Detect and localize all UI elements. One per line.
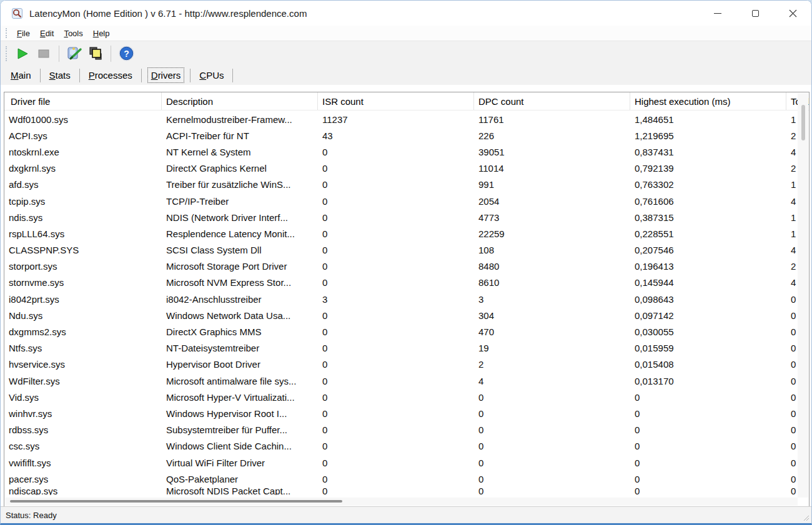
table-row[interactable]: Vid.sysMicrosoft Hyper-V Virtualizati...…	[4, 389, 809, 405]
table-row[interactable]: Ntfs.sysNT-Dateisystemtreiber0190,015959…	[4, 340, 809, 356]
menu-file[interactable]: File	[12, 27, 35, 39]
app-icon	[11, 7, 23, 19]
horizontal-scrollbar-thumb[interactable]	[10, 500, 342, 503]
cell-isr: 0	[318, 160, 474, 177]
table-row-partial[interactable]: ndiscap.sysMicrosoft NDIS Packet Capt...…	[4, 487, 809, 495]
cell-file: dxgkrnl.sys	[4, 160, 162, 177]
close-button[interactable]	[774, 1, 811, 26]
column-header-driver-file[interactable]: Driver file	[4, 92, 162, 110]
cell-isr: 0	[318, 258, 474, 275]
table-row[interactable]: CLASSPNP.SYSSCSI Class System Dll01080,2…	[4, 242, 809, 258]
minimize-button[interactable]	[699, 1, 736, 26]
table-row[interactable]: dxgkrnl.sysDirectX Graphics Kernel011014…	[4, 160, 809, 177]
tab-cpus[interactable]: CPUs	[196, 68, 227, 82]
close-icon	[789, 9, 797, 17]
table-row[interactable]: vwififlt.sysVirtual WiFi Filter Driver00…	[4, 454, 809, 471]
drivers-table: Driver file Description ISR count DPC co…	[4, 92, 810, 507]
menu-edit[interactable]: Edit	[35, 27, 59, 39]
cell-dpc: 0	[474, 422, 630, 438]
table-row[interactable]: i8042prt.sysi8042-Anschlusstreiber330,09…	[4, 291, 809, 307]
cell-dpc: 991	[474, 177, 630, 193]
help-button[interactable]: ?	[117, 44, 136, 63]
maximize-button[interactable]	[736, 1, 774, 26]
cell-isr: 0	[318, 454, 474, 471]
cell-file: hvservice.sys	[4, 356, 162, 373]
cell-highest: 0	[630, 389, 786, 405]
cell-dpc: 22259	[474, 225, 630, 242]
cell-desc: ACPI-Treiber für NT	[162, 127, 318, 144]
stop-monitor-button[interactable]	[34, 44, 53, 63]
table-row[interactable]: ACPI.sysACPI-Treiber für NT432261,219695…	[4, 127, 809, 144]
menu-help[interactable]: Help	[88, 27, 115, 39]
cell-highest: 0,761606	[630, 193, 786, 209]
cell-isr: 0	[318, 389, 474, 405]
cell-highest: 0,013170	[630, 373, 786, 389]
cell-isr: 43	[318, 127, 474, 144]
vertical-scrollbar[interactable]	[798, 93, 808, 498]
table-row[interactable]: dxgmms2.sysDirectX Graphics MMS04700,030…	[4, 323, 809, 340]
table-row[interactable]: storport.sysMicrosoft Storage Port Drive…	[4, 258, 809, 275]
cell-desc: Windows Hypervisor Root I...	[162, 405, 318, 421]
table-row[interactable]: pacer.sysQoS-Paketplaner0000	[4, 471, 809, 487]
tab-separator	[141, 69, 142, 82]
cell-file: i8042prt.sys	[4, 291, 162, 307]
cell-highest: 0,837431	[630, 144, 786, 160]
table-row[interactable]: winhvr.sysWindows Hypervisor Root I...00…	[4, 405, 809, 421]
options-tool-button[interactable]	[65, 44, 84, 63]
table-row[interactable]: csc.sysWindows Client Side Cachin...0000	[4, 438, 809, 454]
table-row[interactable]: hvservice.sysHypervisor Boot Driver020,0…	[4, 356, 809, 373]
cell-desc: i8042-Anschlusstreiber	[162, 291, 318, 307]
tab-stats[interactable]: Stats	[46, 68, 74, 82]
column-header-dpc-count[interactable]: DPC count	[474, 92, 630, 110]
cell-desc: Resplendence Latency Monit...	[162, 225, 318, 242]
table-row[interactable]: rdbss.sysSubsystemtreiber für Puffer...0…	[4, 422, 809, 438]
table-row[interactable]: rspLLL64.sysResplendence Latency Monit..…	[4, 225, 809, 242]
cell-file: csc.sys	[4, 438, 162, 454]
cell-desc: Microsoft Hyper-V Virtualizati...	[162, 389, 318, 405]
cell-file: tcpip.sys	[4, 193, 162, 209]
column-header-isr-count[interactable]: ISR count	[318, 92, 474, 110]
cell-highest: 0,792139	[630, 160, 786, 177]
cell-desc: DirectX Graphics Kernel	[162, 160, 318, 177]
column-header-highest-execution[interactable]: Highest execution (ms)	[630, 92, 786, 110]
tab-drivers[interactable]: Drivers	[147, 67, 185, 83]
table-row[interactable]: stornvme.sysMicrosoft NVM Express Stor..…	[4, 275, 809, 291]
table-row[interactable]: tcpip.sysTCP/IP-Treiber020540,7616064	[4, 193, 809, 209]
cell-dpc: 304	[474, 307, 630, 323]
stop-icon	[38, 49, 49, 58]
copy-icon	[87, 46, 104, 62]
cell-desc: Hypervisor Boot Driver	[162, 356, 318, 373]
cell-highest: 0,015408	[630, 356, 786, 373]
cell-isr: 0	[318, 242, 474, 258]
tab-processes[interactable]: Processes	[86, 68, 136, 82]
status-text: Status: Ready	[6, 511, 57, 520]
cell-highest: 0	[630, 422, 786, 438]
cell-highest: 0,763302	[630, 177, 786, 193]
cell-dpc: 11761	[474, 111, 630, 127]
cell-file: pacer.sys	[4, 471, 162, 487]
cell-file: ndiscap.sys	[4, 487, 162, 495]
vertical-scrollbar-thumb[interactable]	[801, 105, 805, 140]
table-row[interactable]: ntoskrnl.exeNT Kernel & System0390510,83…	[4, 144, 809, 160]
cell-highest: 0,097142	[630, 307, 786, 323]
menu-tools[interactable]: Tools	[59, 27, 87, 39]
cell-highest: 0,098643	[630, 291, 786, 307]
copy-report-button[interactable]	[86, 44, 105, 63]
start-monitor-button[interactable]	[13, 44, 32, 63]
cell-highest: 0,015959	[630, 340, 786, 356]
play-icon	[16, 48, 29, 59]
table-row[interactable]: Ndu.sysWindows Network Data Usa...03040,…	[4, 307, 809, 323]
tab-bar: Main Stats Processes Drivers CPUs	[1, 66, 811, 85]
resize-grip[interactable]	[801, 513, 810, 522]
table-row[interactable]: Wdf01000.sysKernelmodustreiber-Framew...…	[4, 111, 809, 127]
tab-main[interactable]: Main	[7, 68, 34, 82]
table-row[interactable]: WdFilter.sysMicrosoft antimalware file s…	[4, 373, 809, 389]
column-header-description[interactable]: Description	[162, 92, 318, 110]
cell-dpc: 39051	[474, 144, 630, 160]
window-controls	[699, 1, 811, 26]
table-row[interactable]: ndis.sysNDIS (Network Driver Interf...04…	[4, 209, 809, 225]
horizontal-scrollbar[interactable]	[5, 498, 798, 506]
table-row[interactable]: afd.sysTreiber für zusätzliche WinS...09…	[4, 177, 809, 193]
table-header: Driver file Description ISR count DPC co…	[4, 92, 809, 110]
cell-file: winhvr.sys	[4, 405, 162, 421]
